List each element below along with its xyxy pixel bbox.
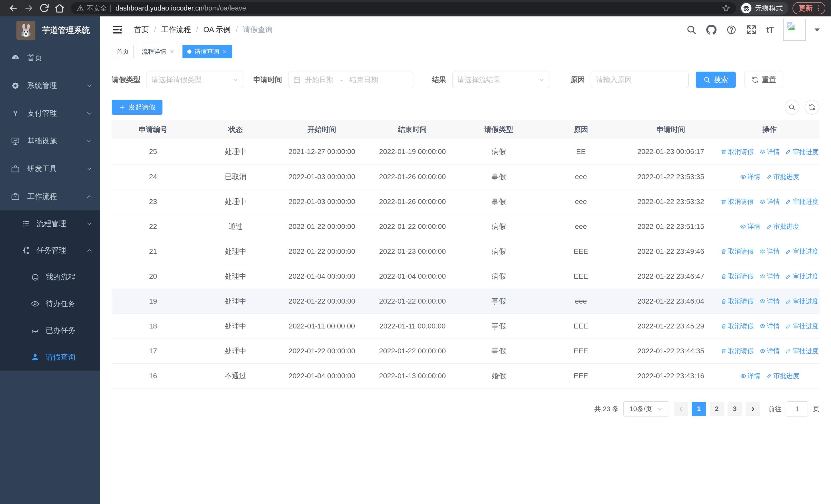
browser-menu-icon[interactable] xyxy=(814,4,822,12)
search-button[interactable]: 搜索 xyxy=(696,71,736,88)
action-detail-link[interactable]: 详情 xyxy=(740,372,761,380)
fullscreen-icon[interactable] xyxy=(746,25,756,35)
address-bar[interactable]: 不安全 dashboard.yudao.iocoder.cn/bpm/oa/le… xyxy=(71,2,736,14)
sidebar-collapse-icon[interactable] xyxy=(112,24,123,35)
action-cancel-link[interactable]: 取消请假 xyxy=(721,197,754,206)
close-icon[interactable] xyxy=(222,49,227,54)
help-icon[interactable] xyxy=(726,25,737,35)
cell-status: 处理中 xyxy=(195,338,277,363)
tab-leave-query[interactable]: 请假查询 xyxy=(182,45,232,58)
sidebar-item-label: 已办任务 xyxy=(46,325,76,336)
font-size-icon[interactable]: tT xyxy=(766,25,774,35)
toggle-search-button[interactable] xyxy=(784,100,799,115)
browser-back-icon[interactable] xyxy=(8,3,19,13)
cell-end: 2022-01-22 00:00:00 xyxy=(367,214,458,239)
reset-button[interactable]: 重置 xyxy=(745,71,783,88)
action-progress-link[interactable]: 审批进度 xyxy=(766,173,799,181)
prev-page-button[interactable] xyxy=(674,402,688,416)
apply-time-range-picker[interactable]: 开始日期 - 结束日期 xyxy=(288,71,413,88)
action-progress-link[interactable]: 审批进度 xyxy=(785,347,819,355)
cell-applied: 2022-01-22 23:46:47 xyxy=(622,264,720,289)
action-progress-link[interactable]: 审批进度 xyxy=(766,372,799,380)
browser-reload-icon[interactable] xyxy=(39,3,49,13)
leave-type-select[interactable]: 请选择请假类型 xyxy=(147,71,244,88)
action-cancel-link[interactable]: 取消请假 xyxy=(721,247,754,256)
incognito-icon xyxy=(741,3,751,13)
action-detail-link[interactable]: 详情 xyxy=(760,272,780,280)
eye-icon xyxy=(740,174,746,180)
page-button-3[interactable]: 3 xyxy=(727,402,742,416)
action-progress-link[interactable]: 审批进度 xyxy=(785,322,819,330)
action-detail-link[interactable]: 详情 xyxy=(740,173,761,181)
action-progress-link[interactable]: 审批进度 xyxy=(785,148,819,156)
avatar-caret-icon[interactable] xyxy=(812,25,822,35)
chev-down-icon xyxy=(86,110,93,117)
breadcrumb-item[interactable]: 首页 xyxy=(134,25,149,35)
goto-page-input[interactable]: 1 xyxy=(786,402,808,417)
sidebar-item-home[interactable]: 首页 xyxy=(0,44,100,72)
action-label: 审批进度 xyxy=(793,347,819,355)
sidebar-item-workflow[interactable]: 工作流程 xyxy=(0,183,100,210)
sidebar-item-payment[interactable]: ¥支付管理 xyxy=(0,99,100,127)
avatar[interactable] xyxy=(783,19,806,41)
action-progress-link[interactable]: 审批进度 xyxy=(785,197,819,206)
pen-icon xyxy=(785,348,792,354)
breadcrumb-item[interactable]: 工作流程 xyxy=(161,25,191,35)
next-page-button[interactable] xyxy=(746,402,760,416)
action-detail-link[interactable]: 详情 xyxy=(760,148,780,156)
reason-input[interactable]: 请输入原因 xyxy=(591,71,689,88)
cell-applied: 2022-01-22 23:51:15 xyxy=(622,214,720,239)
action-cancel-link[interactable]: 取消请假 xyxy=(721,297,754,305)
sidebar-item-todo-tasks[interactable]: 待办任务 xyxy=(0,291,100,317)
action-cancel-link[interactable]: 取消请假 xyxy=(721,347,754,355)
browser-forward-icon[interactable] xyxy=(24,3,34,13)
page-size-select[interactable]: 10条/页 xyxy=(623,402,669,417)
action-label: 取消请假 xyxy=(728,272,754,280)
refresh-table-button[interactable] xyxy=(805,100,820,115)
browser-update-button[interactable]: 更新 xyxy=(793,2,825,14)
action-progress-link[interactable]: 审批进度 xyxy=(785,297,819,305)
sidebar-item-leave-query[interactable]: 请假查询 xyxy=(0,344,100,370)
action-detail-link[interactable]: 详情 xyxy=(760,322,780,330)
action-detail-link[interactable]: 详情 xyxy=(740,222,761,231)
action-cancel-link[interactable]: 取消请假 xyxy=(721,148,754,156)
sidebar-item-system[interactable]: 系统管理 xyxy=(0,72,100,99)
bookmark-star-icon[interactable] xyxy=(722,4,730,12)
app-logo-row[interactable]: 🐰 芋道管理系统 xyxy=(0,17,100,44)
action-progress-link[interactable]: 审批进度 xyxy=(785,247,819,256)
sidebar-item-task-mgmt[interactable]: 任务管理 xyxy=(0,237,100,264)
tab-home[interactable]: 首页 xyxy=(112,45,134,58)
cell-type: 病假 xyxy=(458,139,540,164)
create-leave-button[interactable]: 发起请假 xyxy=(112,100,163,115)
not-secure-warning-icon[interactable] xyxy=(77,4,84,12)
action-progress-link[interactable]: 审批进度 xyxy=(785,272,819,280)
result-select[interactable]: 请选择流结果 xyxy=(453,71,550,88)
action-progress-link[interactable]: 审批进度 xyxy=(766,222,799,231)
breadcrumb-item[interactable]: OA 示例 xyxy=(203,25,230,35)
page-button-1[interactable]: 1 xyxy=(692,402,706,416)
sidebar-item-process-mgmt[interactable]: 流程管理 xyxy=(0,210,100,237)
action-label: 详情 xyxy=(767,148,780,156)
action-cancel-link[interactable]: 取消请假 xyxy=(721,272,754,280)
browser-home-icon[interactable] xyxy=(54,3,65,13)
action-detail-link[interactable]: 详情 xyxy=(760,197,780,206)
action-detail-link[interactable]: 详情 xyxy=(760,347,780,355)
header-search-icon[interactable] xyxy=(686,25,696,35)
cell-start: 2022-01-22 00:00:00 xyxy=(277,338,367,363)
cell-actions: 取消请假详情审批进度 xyxy=(720,264,820,289)
pen-icon xyxy=(785,273,792,279)
table-row: 19处理中2022-01-22 00:00:002022-01-22 00:00… xyxy=(112,289,820,314)
page-button-2[interactable]: 2 xyxy=(710,402,724,416)
chev-down-icon xyxy=(86,82,93,89)
github-icon[interactable] xyxy=(706,25,717,35)
cell-end: 2022-01-13 00:00:00 xyxy=(367,363,458,388)
close-icon[interactable] xyxy=(169,49,174,54)
tab-process-detail[interactable]: 流程详情 xyxy=(137,45,179,58)
action-detail-link[interactable]: 详情 xyxy=(760,247,780,256)
sidebar-item-infrastructure[interactable]: 基础设施 xyxy=(0,127,100,155)
sidebar-item-done-tasks[interactable]: 已办任务 xyxy=(0,317,100,344)
sidebar-item-dev-tools[interactable]: 研发工具 xyxy=(0,155,100,183)
action-cancel-link[interactable]: 取消请假 xyxy=(721,322,754,330)
action-detail-link[interactable]: 详情 xyxy=(760,297,780,305)
sidebar-item-my-process[interactable]: 我的流程 xyxy=(0,264,100,291)
